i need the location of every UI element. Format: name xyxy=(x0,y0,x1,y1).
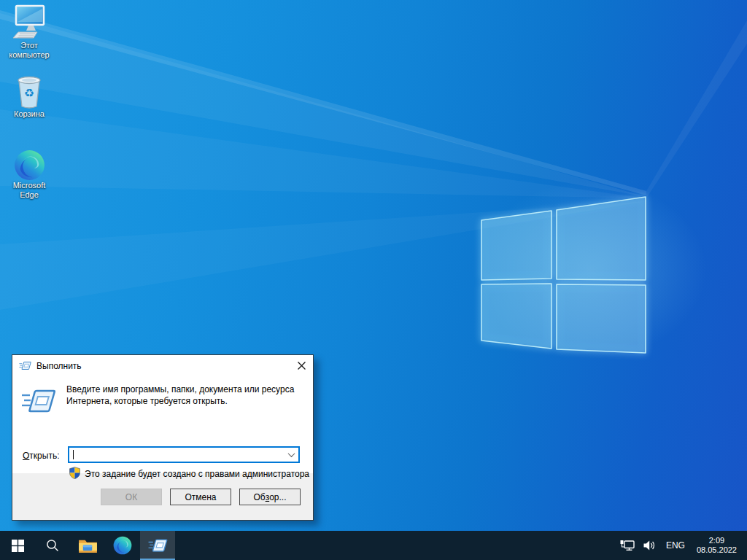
language-indicator[interactable]: ENG xyxy=(659,540,692,551)
run-input[interactable] xyxy=(69,448,284,462)
system-tray: ENG 2:09 08.05.2022 xyxy=(616,531,747,560)
taskbar-item-file-explorer[interactable] xyxy=(70,531,105,560)
run-icon xyxy=(19,360,31,371)
chevron-down-icon xyxy=(287,450,295,457)
desktop-wallpaper: Этот компьютер ♻ Корзина Microsoft Edge … xyxy=(0,0,747,560)
search-icon xyxy=(46,539,59,552)
desktop-icon-this-pc[interactable]: Этот компьютер xyxy=(1,4,58,60)
dialog-titlebar[interactable]: Выполнить xyxy=(12,355,313,376)
taskbar-item-edge[interactable] xyxy=(105,531,140,560)
windows-logo xyxy=(478,191,649,355)
run-icon-large xyxy=(21,386,56,416)
icon-label: компьютер xyxy=(9,50,49,60)
ok-button[interactable]: ОК xyxy=(101,489,162,505)
file-explorer-icon xyxy=(78,538,98,553)
recycle-bin-icon: ♻ xyxy=(15,73,44,109)
taskbar-item-run-active[interactable] xyxy=(140,531,175,560)
start-button[interactable] xyxy=(0,531,35,560)
edge-icon xyxy=(113,536,132,555)
recycle-arrows-icon: ♻ xyxy=(24,88,34,98)
icon-label: Корзина xyxy=(14,109,44,119)
start-icon xyxy=(12,540,24,552)
edge-icon xyxy=(14,144,45,181)
desktop-icon-recycle-bin[interactable]: ♻ Корзина xyxy=(1,73,58,119)
this-pc-icon xyxy=(12,4,46,41)
run-input-combobox[interactable] xyxy=(68,446,300,463)
combo-dropdown-button[interactable] xyxy=(284,448,298,462)
browse-button[interactable]: Обзор... xyxy=(239,489,301,505)
run-dialog: Выполнить Введите имя программы, папки, … xyxy=(12,354,314,521)
icon-label: Microsoft xyxy=(13,181,46,190)
taskbar: ENG 2:09 08.05.2022 xyxy=(0,531,747,560)
dialog-body: Введите имя программы, папки, документа … xyxy=(12,376,313,473)
run-icon xyxy=(148,537,168,554)
admin-note: Это задание будет создано с правами адми… xyxy=(85,469,309,479)
icon-label: Edge xyxy=(20,190,39,200)
open-label: Открыть: xyxy=(23,451,59,461)
dialog-footer: ОК Отмена Обзор... xyxy=(12,473,313,520)
volume-tray-button[interactable] xyxy=(639,540,659,551)
cancel-button[interactable]: Отмена xyxy=(170,489,231,505)
clock-date: 08.05.2022 xyxy=(697,545,737,555)
speaker-icon xyxy=(643,540,655,551)
network-tray-button[interactable] xyxy=(616,540,639,551)
close-button[interactable] xyxy=(290,355,313,376)
icon-label: Этот xyxy=(20,41,38,50)
uac-shield-icon xyxy=(69,467,81,479)
tray-clock[interactable]: 2:09 08.05.2022 xyxy=(692,536,747,555)
dialog-title: Выполнить xyxy=(36,361,290,371)
clock-time: 2:09 xyxy=(697,536,737,545)
taskbar-search-button[interactable] xyxy=(35,531,70,560)
ethernet-icon xyxy=(620,540,635,551)
instruction-text: Введите имя программы, папки, документа … xyxy=(66,384,309,407)
close-icon xyxy=(298,362,306,370)
desktop-icon-microsoft-edge[interactable]: Microsoft Edge xyxy=(1,144,58,200)
text-caret xyxy=(73,450,74,459)
